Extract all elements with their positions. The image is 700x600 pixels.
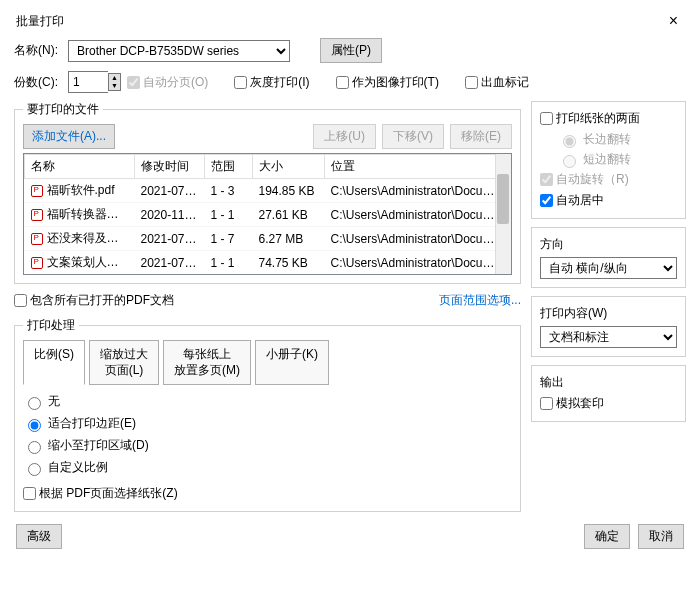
tab-booklet[interactable]: 小册子(K) [255, 340, 329, 385]
printer-select[interactable]: Brother DCP-B7535DW series [68, 40, 290, 62]
table-row[interactable]: 福昕软件.pdf2021-07-...1 - 3194.85 KBC:\User… [25, 179, 511, 203]
col-size[interactable]: 大小 [253, 155, 325, 179]
move-up-button: 上移(U) [313, 124, 376, 149]
page-range-options-link[interactable]: 页面范围选项... [439, 292, 521, 309]
scrollbar[interactable] [495, 154, 511, 274]
spinner-up-icon[interactable]: ▲ [109, 74, 120, 82]
bleed-marks-checkbox[interactable]: 出血标记 [465, 74, 529, 91]
scale-fit-radio[interactable]: 适合打印边距(E) [23, 415, 512, 432]
col-name[interactable]: 名称 [25, 155, 135, 179]
tab-scale[interactable]: 比例(S) [23, 340, 85, 385]
tab-multiple-per-sheet[interactable]: 每张纸上 放置多页(M) [163, 340, 251, 385]
print-content-label: 打印内容(W) [540, 305, 677, 322]
flip-long-edge-radio: 长边翻转 [558, 131, 677, 148]
col-location[interactable]: 位置 [325, 155, 511, 179]
dialog-title: 批量打印 [16, 13, 64, 30]
print-handling-group: 打印处理 比例(S) 缩放过大 页面(L) 每张纸上 放置多页(M) 小册子(K… [14, 317, 521, 512]
print-content-select[interactable]: 文档和标注 [540, 326, 677, 348]
table-row[interactable]: 新建 DOCX 文档2020-12-...1 - 167.42 KBC:\Use… [25, 275, 511, 276]
pdf-icon [31, 185, 43, 197]
grayscale-checkbox[interactable]: 灰度打印(I) [234, 74, 309, 91]
move-down-button: 下移(V) [382, 124, 444, 149]
remove-button: 移除(E) [450, 124, 512, 149]
print-as-image-checkbox[interactable]: 作为图像打印(T) [336, 74, 439, 91]
include-open-pdfs-checkbox[interactable]: 包含所有已打开的PDF文档 [14, 292, 174, 309]
pdf-icon [31, 257, 43, 269]
scale-custom-radio[interactable]: 自定义比例 [23, 459, 512, 476]
pdf-icon [31, 209, 43, 221]
close-icon[interactable]: × [663, 12, 684, 30]
pdf-icon [31, 233, 43, 245]
orientation-select[interactable]: 自动 横向/纵向 [540, 257, 677, 279]
files-group: 要打印的文件 添加文件(A)... 上移(U) 下移(V) 移除(E) 名称 修… [14, 101, 521, 284]
printer-name-label: 名称(N): [14, 42, 62, 59]
print-handling-legend: 打印处理 [23, 317, 79, 334]
table-row[interactable]: 福昕转换器演示...2020-11-...1 - 127.61 KBC:\Use… [25, 203, 511, 227]
advanced-button[interactable]: 高级 [16, 524, 62, 549]
orientation-label: 方向 [540, 236, 677, 253]
scale-shrink-radio[interactable]: 缩小至打印区域(D) [23, 437, 512, 454]
auto-center-checkbox[interactable]: 自动居中 [540, 192, 604, 209]
cancel-button[interactable]: 取消 [638, 524, 684, 549]
print-both-sides-checkbox[interactable]: 打印纸张的两面 [540, 110, 640, 127]
copies-input[interactable] [68, 71, 108, 93]
copies-spinner[interactable]: ▲▼ [68, 71, 121, 93]
file-table[interactable]: 名称 修改时间 范围 大小 位置 福昕软件.pdf2021-07-...1 - … [23, 153, 512, 275]
scale-none-radio[interactable]: 无 [23, 393, 512, 410]
ok-button[interactable]: 确定 [584, 524, 630, 549]
properties-button[interactable]: 属性(P) [320, 38, 382, 63]
output-label: 输出 [540, 374, 677, 391]
tab-large-pages[interactable]: 缩放过大 页面(L) [89, 340, 159, 385]
simulate-overprint-checkbox[interactable]: 模拟套印 [540, 395, 604, 412]
spinner-down-icon[interactable]: ▼ [109, 82, 120, 90]
table-row[interactable]: 还没来得及告别...2021-07-...1 - 76.27 MBC:\User… [25, 227, 511, 251]
col-modified[interactable]: 修改时间 [135, 155, 205, 179]
collate-checkbox: 自动分页(O) [127, 74, 208, 91]
files-legend: 要打印的文件 [23, 101, 103, 118]
flip-short-edge-radio: 短边翻转 [558, 151, 677, 168]
add-file-button[interactable]: 添加文件(A)... [23, 124, 115, 149]
col-range[interactable]: 范围 [205, 155, 253, 179]
copies-label: 份数(C): [14, 74, 62, 91]
auto-rotate-checkbox: 自动旋转（R) [540, 171, 629, 188]
table-row[interactable]: 文案策划人员需...2021-07-...1 - 174.75 KBC:\Use… [25, 251, 511, 275]
choose-paper-by-pdf-checkbox[interactable]: 根据 PDF页面选择纸张(Z) [23, 485, 178, 502]
